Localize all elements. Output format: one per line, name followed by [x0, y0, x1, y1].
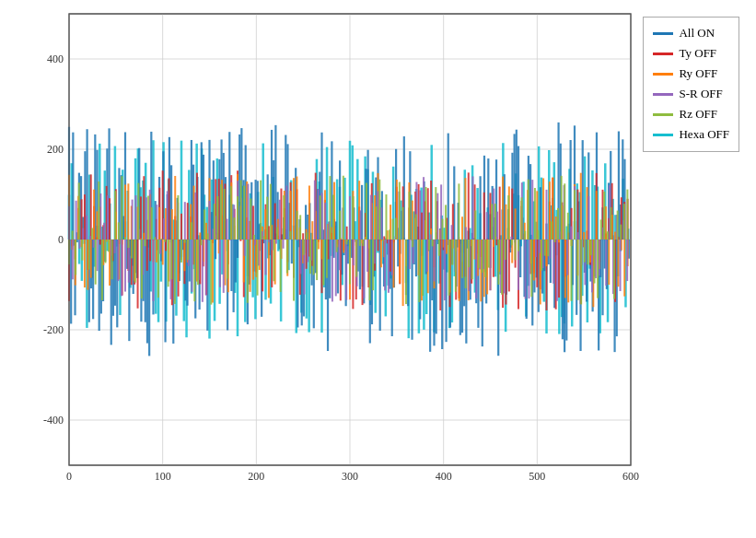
svg-rect-549 — [143, 176, 145, 240]
svg-rect-982 — [419, 191, 421, 240]
svg-rect-909 — [163, 218, 165, 240]
legend-item-ry-off: Ry OFF — [653, 64, 729, 84]
svg-rect-1130 — [359, 240, 361, 246]
svg-rect-938 — [265, 240, 267, 275]
svg-rect-948 — [300, 240, 302, 274]
svg-rect-1086 — [214, 204, 215, 240]
svg-rect-1092 — [233, 217, 235, 240]
legend-item-all-on: All ON — [653, 23, 729, 43]
svg-rect-1120 — [326, 240, 328, 278]
svg-rect-1097 — [250, 199, 251, 240]
svg-rect-885 — [78, 240, 80, 249]
svg-rect-736 — [174, 176, 176, 240]
svg-rect-1061 — [131, 240, 133, 258]
svg-rect-1179 — [521, 197, 523, 240]
svg-rect-906 — [153, 240, 155, 301]
svg-rect-328 — [233, 240, 235, 312]
svg-rect-897 — [121, 240, 122, 296]
svg-rect-726 — [143, 233, 145, 240]
svg-rect-887 — [86, 216, 87, 240]
svg-rect-966 — [363, 240, 365, 298]
svg-rect-744 — [199, 232, 201, 240]
svg-rect-1150 — [425, 187, 427, 240]
svg-rect-1058 — [121, 176, 122, 240]
svg-rect-1094 — [240, 181, 242, 240]
svg-rect-481 — [540, 187, 541, 240]
svg-rect-983 — [423, 177, 425, 240]
legend-label-sr-off: S-R OFF — [679, 84, 722, 104]
legend-item-sr-off: S-R OFF — [653, 84, 729, 104]
svg-rect-1202 — [597, 240, 599, 298]
chart-container: -400-20002004000100200300400500600 All O… — [0, 0, 756, 538]
svg-rect-1192 — [564, 183, 565, 240]
svg-rect-1143 — [401, 207, 403, 240]
svg-rect-312 — [201, 142, 203, 240]
svg-rect-1050 — [95, 240, 97, 285]
svg-rect-1135 — [376, 206, 378, 240]
svg-rect-1201 — [594, 240, 596, 284]
svg-rect-1021 — [556, 240, 558, 301]
svg-rect-941 — [275, 240, 277, 244]
svg-rect-570 — [209, 240, 211, 240]
svg-rect-1101 — [263, 236, 265, 240]
svg-rect-1133 — [369, 240, 371, 300]
svg-rect-812 — [412, 201, 413, 240]
svg-rect-986 — [434, 240, 436, 281]
legend-item-ty-off: Ty OFF — [653, 43, 729, 64]
svg-text:200: 200 — [248, 470, 264, 483]
svg-rect-427 — [431, 240, 433, 300]
svg-rect-907 — [156, 205, 157, 240]
svg-rect-1137 — [382, 240, 384, 240]
svg-rect-1178 — [518, 240, 519, 251]
svg-rect-1052 — [101, 240, 103, 300]
svg-rect-954 — [321, 193, 323, 240]
svg-rect-1196 — [577, 240, 579, 300]
svg-rect-1128 — [353, 196, 355, 240]
svg-rect-838 — [493, 240, 494, 247]
svg-rect-851 — [533, 240, 535, 280]
svg-rect-1190 — [557, 208, 559, 240]
svg-rect-1080 — [193, 240, 195, 301]
svg-rect-710 — [90, 240, 92, 278]
svg-rect-360 — [297, 240, 298, 327]
svg-rect-1129 — [355, 240, 357, 277]
svg-rect-1095 — [243, 185, 245, 240]
svg-rect-1136 — [378, 180, 380, 240]
svg-rect-1075 — [177, 195, 179, 240]
svg-rect-1069 — [157, 240, 159, 298]
svg-text:400: 400 — [47, 53, 64, 65]
svg-rect-1059 — [124, 237, 126, 240]
svg-rect-1089 — [224, 189, 226, 240]
svg-rect-1155 — [441, 219, 443, 240]
svg-rect-547 — [137, 240, 139, 309]
svg-rect-766 — [268, 240, 270, 298]
svg-rect-925 — [219, 240, 221, 287]
svg-rect-947 — [297, 240, 298, 240]
svg-rect-991 — [451, 225, 453, 240]
svg-rect-1109 — [289, 231, 291, 240]
svg-rect-1076 — [180, 240, 182, 263]
svg-rect-737 — [178, 240, 180, 282]
svg-rect-1152 — [432, 240, 434, 246]
svg-rect-1049 — [91, 228, 93, 240]
svg-rect-1019 — [549, 240, 551, 259]
svg-rect-790 — [343, 240, 344, 252]
legend-item-hexa-off: Hexa OFF — [653, 124, 729, 145]
svg-rect-1177 — [514, 240, 516, 260]
svg-rect-561 — [180, 214, 182, 240]
svg-rect-1014 — [531, 180, 533, 240]
svg-rect-663 — [499, 187, 501, 240]
svg-rect-917 — [191, 240, 192, 292]
svg-rect-432 — [441, 240, 443, 349]
svg-rect-731 — [158, 207, 160, 240]
svg-rect-957 — [331, 240, 333, 301]
svg-rect-1002 — [490, 240, 492, 290]
svg-rect-1187 — [547, 240, 549, 256]
svg-rect-1139 — [389, 229, 390, 240]
svg-rect-973 — [388, 240, 390, 293]
svg-rect-1079 — [191, 222, 192, 240]
svg-rect-1074 — [174, 240, 176, 304]
svg-rect-1112 — [299, 215, 301, 240]
svg-rect-1169 — [488, 240, 490, 268]
svg-rect-614 — [346, 227, 348, 240]
